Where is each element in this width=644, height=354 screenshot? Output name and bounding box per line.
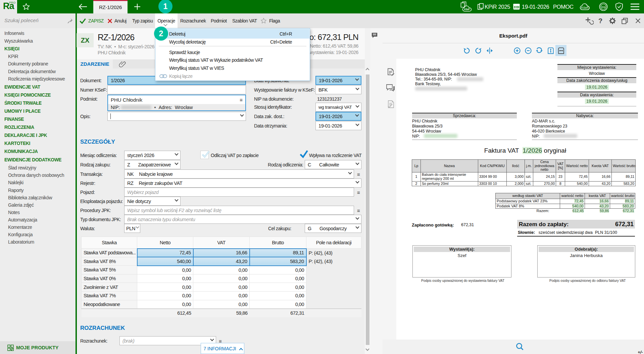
svg-text:Ins: Ins xyxy=(601,5,605,9)
svg-text:KSeF: KSeF xyxy=(464,8,470,10)
svg-text:1: 1 xyxy=(479,6,481,9)
svg-text:KSeF: KSeF xyxy=(581,6,589,9)
